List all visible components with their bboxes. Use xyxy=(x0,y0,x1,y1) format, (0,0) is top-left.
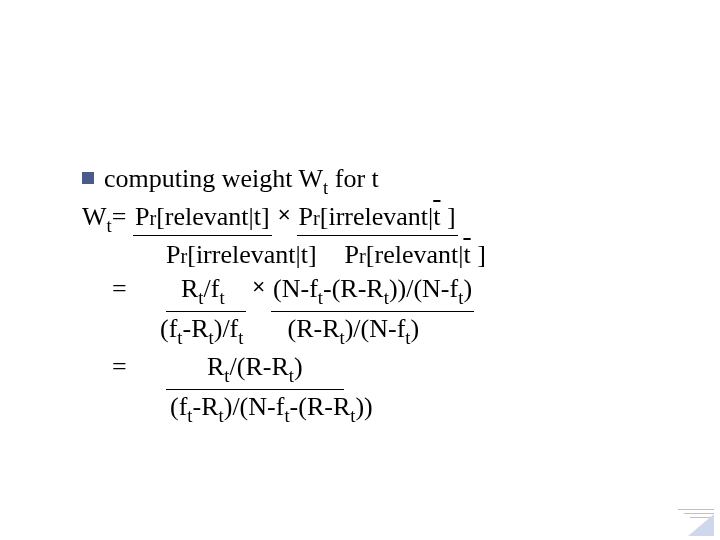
line-title: computing weight Wt for t xyxy=(82,162,662,200)
eq3-equals: = xyxy=(112,350,166,384)
line-eq1-den: Pr[irrelevant|t] Pr[relevant|t ] xyxy=(82,238,662,272)
times-1: × xyxy=(272,200,297,229)
line-eq1-num: Wt= Pr[relevant|t] × Pr[irrelevant|t ] xyxy=(82,200,662,238)
times-2: × xyxy=(246,272,271,301)
line-eq2-num: = Rt/ft × (N-ft-(R-Rt))/(N-ft) xyxy=(82,272,662,312)
bullet-icon xyxy=(82,172,94,184)
eq2-den-right: (R-Rt)/(N-ft) xyxy=(287,312,419,350)
eq2-equals: = xyxy=(112,272,166,306)
eq2-num-left: Rt/ft xyxy=(166,272,246,312)
eq1-num-right: Pr[irrelevant|t ] xyxy=(297,200,458,236)
eq3-num: Rt/(R-Rt) xyxy=(166,350,344,390)
line-eq2-den: (ft-Rt)/ft (R-Rt)/(N-ft) xyxy=(82,312,662,350)
line-eq3-den: (ft-Rt)/(N-ft-(R-Rt)) xyxy=(82,390,662,428)
eq1-num-left: Pr[relevant|t] xyxy=(133,200,272,236)
title-text: computing weight Wt for t xyxy=(104,162,379,200)
eq1-den-right: Pr[relevant|t ] xyxy=(345,238,486,272)
corner-decoration xyxy=(676,506,714,536)
line-eq3-num: = Rt/(R-Rt) xyxy=(82,350,662,390)
eq1-lhs: Wt= xyxy=(82,200,133,238)
slide: computing weight Wt for t Wt= Pr[relevan… xyxy=(0,0,720,540)
eq3-den: (ft-Rt)/(N-ft-(R-Rt)) xyxy=(170,390,373,428)
eq1-den-left: Pr[irrelevant|t] xyxy=(166,238,317,272)
content-block: computing weight Wt for t Wt= Pr[relevan… xyxy=(82,162,662,428)
eq2-den-left: (ft-Rt)/ft xyxy=(160,312,243,350)
eq2-num-right: (N-ft-(R-Rt))/(N-ft) xyxy=(271,272,474,312)
